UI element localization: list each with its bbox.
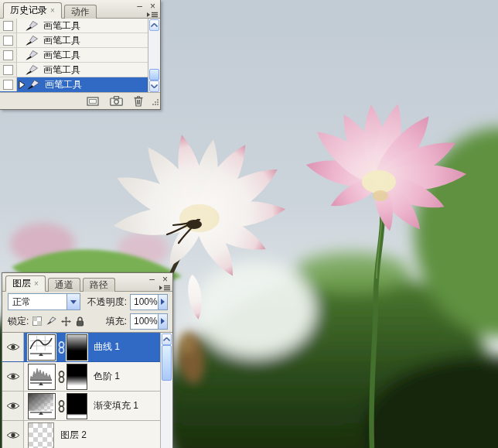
brush-tool-icon	[26, 50, 38, 60]
history-step-label: 画笔工具	[43, 49, 80, 62]
history-scrollbar[interactable]	[148, 19, 160, 93]
scroll-thumb[interactable]	[149, 69, 159, 80]
lock-pixels-icon[interactable]	[46, 316, 56, 326]
gradient-fill-thumbnail[interactable]	[28, 393, 56, 419]
lock-label: 锁定:	[8, 315, 29, 328]
brush-tool-icon	[26, 21, 38, 31]
current-state-marker-icon	[19, 80, 26, 89]
history-source-checkbox[interactable]	[0, 77, 17, 91]
opacity-value: 100%	[131, 295, 158, 309]
history-step[interactable]: 画笔工具	[0, 33, 160, 48]
layer-row-layer2[interactable]: 图层 2	[2, 421, 172, 448]
layer-mask-thumbnail[interactable]	[67, 364, 87, 390]
scroll-up-icon[interactable]	[149, 19, 159, 31]
scroll-up-icon[interactable]	[162, 333, 172, 345]
layers-scrollbar[interactable]	[160, 333, 172, 448]
layer-name: 图层 2	[60, 429, 87, 442]
chevron-right-icon[interactable]	[158, 295, 167, 309]
tab-close-icon[interactable]: ×	[34, 279, 39, 288]
history-footer	[0, 92, 160, 109]
tab-paths-label: 路径	[90, 279, 108, 292]
blend-mode-value: 正常	[9, 294, 67, 309]
brush-tool-icon	[26, 65, 38, 75]
layer-row-levels[interactable]: 色阶 1	[2, 362, 172, 392]
history-step-label: 画笔工具	[43, 34, 80, 47]
history-step-label: 画笔工具	[45, 78, 82, 91]
visibility-eye-icon[interactable]	[2, 362, 24, 391]
history-step[interactable]: 画笔工具	[0, 63, 160, 77]
tab-paths[interactable]: 路径	[83, 278, 115, 292]
chevron-right-icon[interactable]	[158, 314, 167, 329]
brush-tool-icon	[27, 80, 39, 90]
tab-layers[interactable]: 图层 ×	[5, 275, 46, 292]
link-mask-icon[interactable]	[56, 371, 67, 383]
history-panel: 历史记录 × 动作 – × 画笔工具 画笔工具 画笔	[0, 0, 161, 110]
tab-history-label: 历史记录	[10, 4, 47, 17]
scroll-down-icon[interactable]	[149, 80, 159, 92]
tab-actions-label: 动作	[71, 5, 90, 19]
history-source-checkbox[interactable]	[0, 19, 17, 32]
tab-layers-label: 图层	[12, 277, 31, 290]
visibility-eye-icon[interactable]	[2, 333, 24, 361]
panel-menu-icon[interactable]	[159, 283, 171, 294]
fill-label: 填充:	[106, 315, 127, 328]
history-step[interactable]: 画笔工具	[0, 48, 160, 63]
chevron-down-icon[interactable]	[67, 294, 80, 309]
history-step-label: 画笔工具	[43, 63, 80, 77]
layer-mask-thumbnail[interactable]	[67, 334, 87, 361]
scroll-thumb[interactable]	[162, 345, 172, 381]
minimize-icon[interactable]: –	[135, 1, 145, 11]
tab-channels[interactable]: 通道	[48, 278, 80, 292]
history-steps-list: 画笔工具 画笔工具 画笔工具 画笔工具 画笔工具	[0, 19, 160, 92]
visibility-eye-icon[interactable]	[2, 392, 24, 420]
levels-adjustment-thumbnail[interactable]	[28, 364, 56, 390]
tab-channels-label: 通道	[55, 279, 73, 292]
resize-grip[interactable]	[152, 97, 159, 108]
lock-transparency-icon[interactable]	[32, 316, 42, 326]
lock-all-icon[interactable]	[76, 316, 84, 327]
history-source-checkbox[interactable]	[0, 63, 17, 77]
layer-name: 渐变填充 1	[94, 399, 138, 412]
history-step-label: 画笔工具	[43, 19, 80, 32]
layers-list: 曲线 1 色阶 1	[2, 332, 172, 448]
visibility-eye-icon[interactable]	[2, 421, 24, 448]
tab-close-icon[interactable]: ×	[50, 6, 55, 15]
delete-icon[interactable]	[134, 96, 143, 107]
history-source-checkbox[interactable]	[0, 33, 17, 47]
fill-field[interactable]: 100%	[130, 313, 168, 330]
layer-mask-thumbnail[interactable]	[67, 393, 87, 419]
blend-mode-select[interactable]: 正常	[8, 293, 80, 310]
fill-value: 100%	[131, 314, 158, 329]
transparent-layer-thumbnail[interactable]	[28, 422, 54, 448]
history-step[interactable]: 画笔工具	[0, 19, 160, 33]
history-step-selected[interactable]: 画笔工具	[0, 77, 160, 92]
new-document-from-state-icon[interactable]	[87, 97, 99, 106]
layers-panel: 图层 × 通道 路径 – × 正常 不透明度: 100%	[2, 272, 173, 448]
link-mask-icon[interactable]	[56, 341, 67, 354]
layer-row-curves[interactable]: 曲线 1	[2, 333, 172, 362]
opacity-field[interactable]: 100%	[130, 294, 168, 310]
layers-titlebar: 图层 × 通道 路径 – ×	[2, 273, 172, 292]
history-titlebar: 历史记录 × 动作 – ×	[0, 0, 160, 19]
layer-name: 曲线 1	[94, 340, 120, 354]
curves-adjustment-thumbnail[interactable]	[28, 334, 56, 361]
lock-position-icon[interactable]	[61, 316, 71, 327]
brush-tool-icon	[26, 36, 38, 46]
new-snapshot-icon[interactable]	[110, 96, 123, 106]
link-mask-icon[interactable]	[56, 400, 67, 412]
tab-history[interactable]: 历史记录 ×	[3, 2, 62, 19]
layer-name: 色阶 1	[94, 370, 120, 383]
tab-actions[interactable]: 动作	[64, 5, 97, 19]
layer-row-gradient-fill[interactable]: 渐变填充 1	[2, 392, 172, 421]
history-source-checkbox[interactable]	[0, 48, 17, 62]
minimize-icon[interactable]: –	[147, 274, 157, 284]
opacity-label: 不透明度:	[87, 296, 127, 309]
